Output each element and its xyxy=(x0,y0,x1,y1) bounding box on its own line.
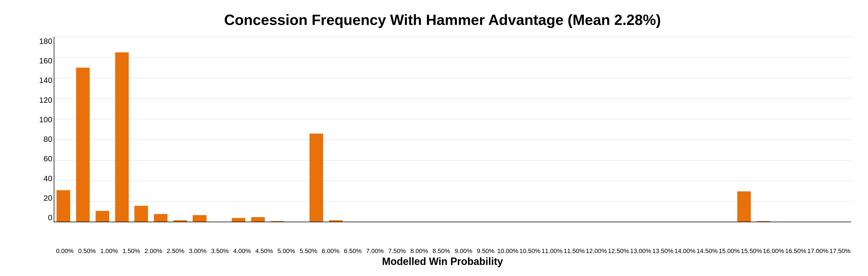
bar-group xyxy=(229,37,248,222)
bar-group xyxy=(462,37,482,222)
x-tick-label: 12.00% xyxy=(585,247,608,255)
bar-group xyxy=(190,37,209,222)
x-tick-label: 1.00% xyxy=(98,247,120,255)
bar-group xyxy=(812,37,832,222)
bar-group xyxy=(112,37,131,222)
x-tick-label: 2.00% xyxy=(142,247,164,255)
x-tick-label: 3.00% xyxy=(187,247,209,255)
bar-group xyxy=(657,37,676,222)
x-tick-label: 10.50% xyxy=(519,247,541,255)
bar-group xyxy=(735,37,754,222)
x-tick-label: 6.50% xyxy=(342,247,364,255)
y-tick-label: 160 xyxy=(35,56,52,65)
x-tick-label: 15.50% xyxy=(740,247,763,255)
bar-group xyxy=(579,37,598,222)
bar-group xyxy=(404,37,423,222)
bar xyxy=(310,133,323,222)
x-tick-label: 13.50% xyxy=(652,247,674,255)
bar-group xyxy=(832,37,851,222)
bar-group xyxy=(754,37,773,222)
x-tick-label: 5.00% xyxy=(275,247,297,255)
bar-group xyxy=(443,37,462,222)
x-tick-label: 16.50% xyxy=(784,247,807,255)
x-tick-label: 13.00% xyxy=(629,247,652,255)
bar-group xyxy=(618,37,637,222)
y-tick-label: 80 xyxy=(35,135,52,144)
bar xyxy=(134,206,148,222)
x-tick-label: 14.50% xyxy=(696,247,718,255)
x-tick-label: 3.50% xyxy=(209,247,231,255)
bar-group xyxy=(93,37,112,222)
x-tick-label: 17.00% xyxy=(807,247,829,255)
y-axis-line xyxy=(54,37,54,222)
bar-group xyxy=(268,37,287,222)
x-tick-label: 16.00% xyxy=(763,247,784,255)
bar xyxy=(76,68,90,222)
bar xyxy=(115,52,129,222)
x-tick-label: 5.50% xyxy=(297,247,319,255)
bar-group xyxy=(384,37,404,222)
bar-group xyxy=(773,37,793,222)
bar xyxy=(193,215,206,222)
bar-group xyxy=(307,37,326,222)
x-tick-label: 7.00% xyxy=(364,247,386,255)
bar-group xyxy=(559,37,579,222)
x-tick-label: 10.00% xyxy=(497,247,519,255)
bar-group xyxy=(637,37,657,222)
bar-group xyxy=(793,37,812,222)
bar-group xyxy=(501,37,521,222)
bar-group xyxy=(345,37,365,222)
y-tick-label: 140 xyxy=(35,76,52,85)
bar-group xyxy=(287,37,307,222)
bars-area xyxy=(54,37,851,222)
y-tick-label: 180 xyxy=(35,37,52,46)
x-axis-line xyxy=(54,222,851,222)
x-tick-label: 9.00% xyxy=(453,247,474,255)
bar-group xyxy=(73,37,93,222)
y-tick-label: 60 xyxy=(35,154,52,163)
bar-group xyxy=(676,37,696,222)
x-tick-label: 7.50% xyxy=(386,247,408,255)
y-tick-label: 40 xyxy=(35,174,52,183)
bar-group xyxy=(326,37,345,222)
x-tick-label: 12.50% xyxy=(608,247,629,255)
bar xyxy=(57,190,70,222)
x-tick-label: 6.00% xyxy=(319,247,341,255)
x-tick-label: 1.50% xyxy=(120,247,142,255)
bar-group xyxy=(540,37,559,222)
chart-area: Number of Concessions 020406080100120140… xyxy=(34,37,851,239)
chart-container: Concession Frequency With Hammer Advanta… xyxy=(0,0,868,276)
x-tick-label: 11.50% xyxy=(563,247,585,255)
bar-group xyxy=(695,37,715,222)
x-axis-label: Modelled Win Probability xyxy=(382,256,503,268)
bar-group xyxy=(482,37,501,222)
y-tick-label: 0 xyxy=(35,213,52,222)
y-tick-label: 20 xyxy=(35,194,52,203)
bar-group xyxy=(521,37,540,222)
x-tick-label: 9.50% xyxy=(474,247,497,255)
x-tick-label: 0.00% xyxy=(54,247,76,255)
bar-group xyxy=(715,37,735,222)
bar-group xyxy=(248,37,268,222)
bar xyxy=(737,191,751,222)
bar-group xyxy=(151,37,170,222)
bar-group xyxy=(170,37,190,222)
x-tick-label: 0.50% xyxy=(76,247,98,255)
y-tick-labels: 020406080100120140160180 xyxy=(35,37,52,222)
x-tick-label: 4.00% xyxy=(231,247,253,255)
x-tick-label: 14.00% xyxy=(674,247,696,255)
x-tick-label: 2.50% xyxy=(164,247,186,255)
chart-title: Concession Frequency With Hammer Advanta… xyxy=(34,11,851,28)
bar-group xyxy=(423,37,443,222)
x-tick-label: 8.00% xyxy=(408,247,430,255)
bar-group xyxy=(209,37,229,222)
x-tick-label: 4.50% xyxy=(253,247,275,255)
plot-area: 020406080100120140160180 xyxy=(54,37,851,222)
x-tick-label: 8.50% xyxy=(430,247,453,255)
bar xyxy=(154,214,167,222)
bar-group xyxy=(598,37,618,222)
x-tick-label: 11.00% xyxy=(541,247,563,255)
bar-group xyxy=(54,37,73,222)
bar xyxy=(96,211,109,222)
x-tick-label: 15.00% xyxy=(718,247,740,255)
